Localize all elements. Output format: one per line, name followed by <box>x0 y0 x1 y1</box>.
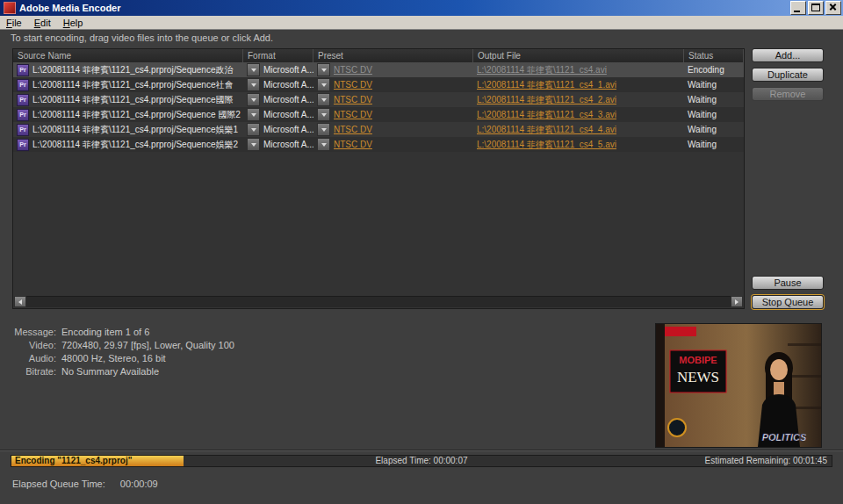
menubar: File Edit Help <box>0 16 843 30</box>
adobe-media-encoder-window: Adobe Media Encoder File Edit Help To st… <box>0 0 843 504</box>
encode-queue-panel: Source Name Format Preset Output File St… <box>12 48 745 309</box>
video-value: 720x480, 29.97 [fps], Lower, Quality 100 <box>61 340 234 350</box>
preset-link[interactable]: NTSC DV <box>334 95 372 104</box>
output-file-link[interactable]: L:\20081114 菲律賓\1121_cs4.avi <box>477 64 607 76</box>
menu-help[interactable]: Help <box>57 17 90 29</box>
format-value[interactable]: Microsoft A... <box>263 140 313 149</box>
queue-header: Source Name Format Preset Output File St… <box>13 49 744 62</box>
presenter-face <box>770 359 788 380</box>
premiere-file-icon: Pr <box>17 124 29 136</box>
output-file-link[interactable]: L:\20081114 菲律賓\1121_cs4_3.avi <box>477 109 616 121</box>
politics-banner: POLITICS <box>762 432 807 443</box>
app-icon <box>4 2 16 14</box>
window-title: Adobe Media Encoder <box>19 3 789 13</box>
source-name: L:\20081114 菲律賓\1121_cs4.prproj/Sequence… <box>32 79 233 91</box>
format-value[interactable]: Microsoft A... <box>263 110 313 119</box>
source-name: L:\20081114 菲律賓\1121_cs4.prproj/Sequence… <box>32 64 233 76</box>
source-name: L:\20081114 菲律賓\1121_cs4.prproj/Sequence… <box>32 94 233 106</box>
bitrate-value: No Summary Available <box>61 366 234 377</box>
horizontal-scrollbar[interactable] <box>14 296 743 307</box>
format-value[interactable]: Microsoft A... <box>263 80 313 90</box>
queue-row[interactable]: Pr L:\20081114 菲律賓\1121_cs4.prproj/Seque… <box>13 62 744 77</box>
add-button[interactable]: Add... <box>752 48 824 62</box>
stop-queue-button[interactable]: Stop Queue <box>752 295 824 309</box>
source-name: L:\20081114 菲律賓\1121_cs4.prproj/Sequence… <box>32 124 238 136</box>
source-name: L:\20081114 菲律賓\1121_cs4.prproj/Sequence… <box>32 109 241 121</box>
red-tag <box>665 327 696 336</box>
format-dropdown-icon[interactable] <box>247 123 260 136</box>
premiere-file-icon: Pr <box>17 79 29 91</box>
encoding-progress-bar: Encoding "1121_cs4.prproj" Elapsed Time:… <box>11 455 832 467</box>
pause-button[interactable]: Pause <box>752 276 824 290</box>
encode-preview-thumbnail: MOBIPE NEWS POLITICS <box>655 323 822 448</box>
remove-button[interactable]: Remove <box>752 87 824 101</box>
estimated-remaining: Estimated Remaining: 00:01:45 <box>704 456 827 466</box>
queue-row[interactable]: Pr L:\20081114 菲律賓\1121_cs4.prproj/Seque… <box>13 77 744 92</box>
preset-dropdown-icon[interactable] <box>317 63 330 76</box>
menu-edit[interactable]: Edit <box>28 17 57 29</box>
scroll-right-icon[interactable] <box>731 296 743 307</box>
queue-row[interactable]: Pr L:\20081114 菲律賓\1121_cs4.prproj/Seque… <box>13 137 744 152</box>
queue-row[interactable]: Pr L:\20081114 菲律賓\1121_cs4.prproj/Seque… <box>13 107 744 122</box>
format-dropdown-icon[interactable] <box>247 78 260 91</box>
titlebar[interactable]: Adobe Media Encoder <box>0 0 843 16</box>
status-text: Waiting <box>688 95 717 104</box>
status-text: Waiting <box>688 140 717 149</box>
preset-dropdown-icon[interactable] <box>317 93 330 106</box>
output-file-link[interactable]: L:\20081114 菲律賓\1121_cs4_2.avi <box>477 94 616 106</box>
column-source-name: Source Name <box>13 49 243 62</box>
video-label: Video: <box>12 340 56 350</box>
preset-link[interactable]: NTSC DV <box>334 125 372 134</box>
channel-logo <box>668 419 686 436</box>
maximize-button[interactable] <box>808 1 824 15</box>
message-label: Message: <box>12 327 56 337</box>
preset-dropdown-icon[interactable] <box>317 138 330 151</box>
format-dropdown-icon[interactable] <box>247 138 260 151</box>
column-status: Status <box>684 49 744 62</box>
format-value[interactable]: Microsoft A... <box>263 125 313 134</box>
audio-value: 48000 Hz, Stereo, 16 bit <box>61 353 234 364</box>
scrollbar-track[interactable] <box>26 296 731 307</box>
column-preset: Preset <box>313 49 473 62</box>
column-output-file: Output File <box>473 49 684 62</box>
close-button[interactable] <box>825 1 841 15</box>
scroll-left-icon[interactable] <box>14 296 26 307</box>
brand-text: NEWS <box>677 369 719 385</box>
preset-dropdown-icon[interactable] <box>317 123 330 136</box>
queue-row[interactable]: Pr L:\20081114 菲律賓\1121_cs4.prproj/Seque… <box>13 92 744 107</box>
status-text: Waiting <box>688 110 717 119</box>
minimize-button[interactable] <box>790 1 806 15</box>
premiere-file-icon: Pr <box>17 109 29 121</box>
output-file-link[interactable]: L:\20081114 菲律賓\1121_cs4_5.avi <box>477 139 616 151</box>
output-file-link[interactable]: L:\20081114 菲律賓\1121_cs4_1.avi <box>477 79 616 91</box>
status-text: Waiting <box>688 125 717 134</box>
preset-link[interactable]: NTSC DV <box>334 80 372 90</box>
audio-label: Audio: <box>12 353 56 364</box>
minimize-icon <box>794 11 800 12</box>
duplicate-button[interactable]: Duplicate <box>752 68 824 82</box>
queue-rows: Pr L:\20081114 菲律賓\1121_cs4.prproj/Seque… <box>13 62 744 152</box>
format-dropdown-icon[interactable] <box>247 108 260 121</box>
column-format: Format <box>243 49 313 62</box>
format-dropdown-icon[interactable] <box>247 93 260 106</box>
bitrate-label: Bitrate: <box>12 366 56 377</box>
preset-link[interactable]: NTSC DV <box>334 140 372 149</box>
menu-file[interactable]: File <box>0 17 28 29</box>
format-dropdown-icon[interactable] <box>247 63 260 76</box>
status-text: Encoding <box>688 65 724 75</box>
preset-dropdown-icon[interactable] <box>317 108 330 121</box>
divider <box>0 450 843 451</box>
format-value[interactable]: Microsoft A... <box>263 65 313 75</box>
source-name: L:\20081114 菲律賓\1121_cs4.prproj/Sequence… <box>32 139 238 151</box>
output-file-link[interactable]: L:\20081114 菲律賓\1121_cs4_4.avi <box>477 124 616 136</box>
preset-dropdown-icon[interactable] <box>317 78 330 91</box>
premiere-file-icon: Pr <box>17 94 29 106</box>
premiere-file-icon: Pr <box>17 64 29 76</box>
preview-image: MOBIPE NEWS POLITICS <box>656 324 821 447</box>
queue-row[interactable]: Pr L:\20081114 菲律賓\1121_cs4.prproj/Seque… <box>13 122 744 137</box>
format-value[interactable]: Microsoft A... <box>263 95 313 104</box>
encode-info: Message: Encoding item 1 of 6 Video: 720… <box>12 327 234 377</box>
queue-time-status: Elapsed Queue Time: 00:00:09 <box>12 479 158 489</box>
preset-link[interactable]: NTSC DV <box>334 65 372 75</box>
preset-link[interactable]: NTSC DV <box>334 110 372 119</box>
